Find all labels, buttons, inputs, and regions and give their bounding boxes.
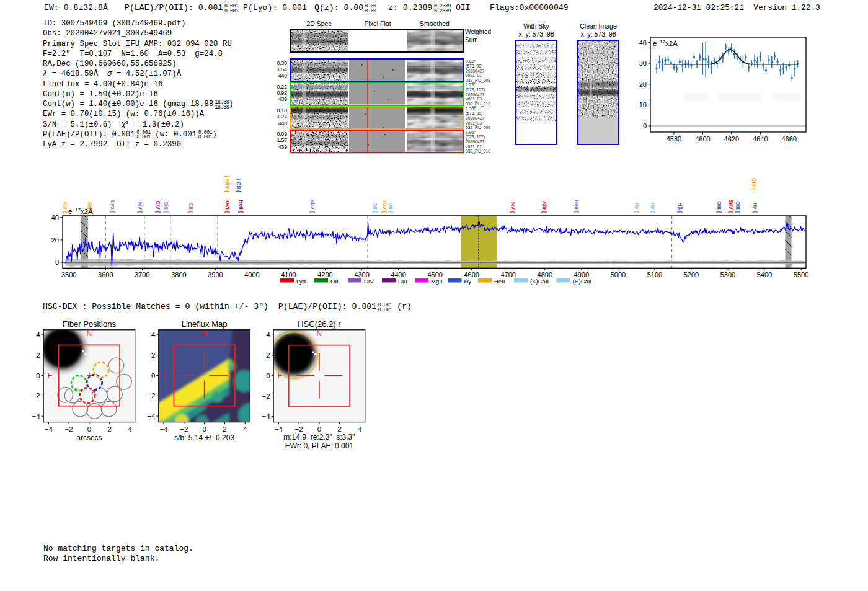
- svg-text:4: 4: [36, 331, 40, 339]
- svg-text:s/b: 5.14 +/- 0.203: s/b: 5.14 +/- 0.203: [174, 433, 234, 442]
- svg-text:4: 4: [151, 331, 156, 339]
- svg-text:} SiIV {: } SiIV {: [224, 176, 231, 193]
- svg-text:4660: 4660: [781, 135, 796, 143]
- svg-text:0: 0: [55, 259, 59, 266]
- svg-text:−4: −4: [147, 412, 156, 420]
- svg-text:0: 0: [266, 372, 270, 380]
- svg-text:4500: 4500: [427, 271, 442, 278]
- svg-text:4600: 4600: [695, 135, 710, 143]
- svg-text:3600: 3600: [98, 271, 113, 278]
- svg-text:5400: 5400: [757, 271, 772, 278]
- svg-text:2: 2: [337, 425, 341, 433]
- svg-text:NV {: NV {: [137, 202, 143, 213]
- svg-text:4900: 4900: [574, 271, 589, 278]
- svg-text:NV {: NV {: [62, 202, 68, 213]
- svg-text:e−17x2Å: e−17x2Å: [68, 207, 93, 215]
- svg-text:SiII {: SiII {: [541, 202, 547, 213]
- svg-text:2: 2: [36, 352, 40, 359]
- svg-text:SiII {: SiII {: [163, 202, 169, 213]
- svg-text:N: N: [202, 329, 207, 338]
- svg-text:−4: −4: [275, 425, 283, 433]
- svg-text:3500: 3500: [61, 271, 76, 278]
- svg-text:(K)CaII: (K)CaII: [530, 278, 549, 285]
- svg-text:OIII {: OIII {: [716, 201, 722, 213]
- svg-text:Fiber Positions: Fiber Positions: [63, 319, 116, 329]
- svg-text:4100: 4100: [281, 271, 296, 278]
- svg-text:e−17x2Å: e−17x2Å: [653, 39, 678, 47]
- svg-text:Hγ {: Hγ {: [650, 203, 656, 213]
- svg-text:CIV: CIV: [364, 278, 374, 285]
- svg-text:4: 4: [358, 425, 362, 433]
- svg-text:Hγ {: Hγ {: [752, 203, 758, 213]
- svg-text:} OII {: } OII {: [236, 178, 242, 192]
- svg-text:5200: 5200: [684, 271, 699, 278]
- svg-text:NV {: NV {: [510, 202, 516, 213]
- svg-text:4200: 4200: [317, 271, 332, 278]
- svg-text:OII: OII: [330, 278, 339, 285]
- svg-text:CIII {: CIII {: [751, 178, 757, 190]
- svg-text:HeII: HeII: [494, 278, 505, 285]
- svg-text:Hβ {: Hβ {: [677, 203, 683, 214]
- svg-text:Lyα {: Lyα {: [110, 200, 116, 213]
- svg-text:3800: 3800: [171, 271, 186, 278]
- svg-text:3700: 3700: [135, 271, 149, 278]
- svg-text:−4: −4: [45, 425, 53, 433]
- svg-text:−2: −2: [65, 425, 73, 433]
- svg-text:5500: 5500: [794, 271, 808, 278]
- svg-text:3900: 3900: [208, 271, 223, 278]
- svg-text:5300: 5300: [720, 271, 735, 278]
- svg-text:N: N: [87, 329, 92, 338]
- svg-text:2: 2: [223, 425, 226, 433]
- svg-text:−2: −2: [262, 393, 270, 400]
- svg-text:OIII {: OIII {: [735, 201, 741, 213]
- svg-text:Lyα: Lyα: [296, 278, 306, 285]
- svg-text:E: E: [162, 371, 167, 380]
- svg-text:−2: −2: [295, 425, 303, 433]
- svg-text:−2: −2: [180, 425, 188, 433]
- svg-text:−4: −4: [32, 412, 40, 420]
- svg-text:0: 0: [317, 425, 321, 433]
- svg-text:4800: 4800: [538, 271, 552, 278]
- svg-text:SiIV {: SiIV {: [309, 200, 316, 213]
- svg-text:m:14.9 re:2.3″ s:3.3″: m:14.9 re:2.3″ s:3.3″: [283, 433, 355, 442]
- svg-text:4640: 4640: [753, 135, 768, 143]
- svg-text:−4: −4: [159, 425, 168, 433]
- svg-text:10: 10: [639, 101, 647, 109]
- svg-text:OII {: OII {: [372, 202, 378, 213]
- svg-text:HeII {: HeII {: [238, 200, 244, 213]
- svg-text:4: 4: [243, 425, 247, 433]
- svg-text:0: 0: [87, 425, 91, 433]
- svg-text:OII {: OII {: [388, 202, 394, 213]
- svg-text:4600: 4600: [464, 271, 479, 278]
- svg-text:(H)CaII: (H)CaII: [573, 278, 592, 285]
- svg-text:20: 20: [51, 236, 59, 244]
- svg-text:−2: −2: [147, 392, 155, 399]
- svg-text:20: 20: [639, 81, 647, 88]
- svg-text:E: E: [278, 371, 283, 380]
- svg-text:Lineflux Map: Lineflux Map: [182, 319, 228, 329]
- svg-text:0: 0: [643, 122, 647, 130]
- svg-text:0: 0: [151, 372, 155, 380]
- svg-text:2: 2: [151, 352, 155, 359]
- svg-text:Hγ {: Hγ {: [634, 203, 640, 213]
- svg-text:4: 4: [266, 331, 270, 339]
- svg-text:CIII: CIII: [398, 278, 407, 285]
- svg-text:N: N: [317, 329, 322, 338]
- svg-text:5000: 5000: [611, 271, 626, 278]
- svg-text:4300: 4300: [354, 271, 369, 278]
- svg-text:HSC(26.2) r: HSC(26.2) r: [298, 319, 341, 329]
- svg-text:4580: 4580: [666, 135, 681, 143]
- svg-text:30: 30: [639, 60, 647, 67]
- svg-text:−2: −2: [32, 392, 40, 399]
- svg-text:CII {: CII {: [188, 203, 194, 213]
- svg-text:2: 2: [107, 425, 111, 433]
- svg-text:4700: 4700: [500, 271, 515, 278]
- svg-text:OVI {: OVI {: [224, 200, 231, 213]
- svg-text:4620: 4620: [724, 135, 739, 143]
- svg-text:0: 0: [202, 425, 206, 433]
- svg-text:E: E: [48, 371, 53, 380]
- svg-text:MgII: MgII: [431, 278, 442, 285]
- svg-text:40: 40: [639, 39, 647, 47]
- svg-text:4: 4: [128, 425, 132, 433]
- svg-text:5100: 5100: [647, 271, 662, 278]
